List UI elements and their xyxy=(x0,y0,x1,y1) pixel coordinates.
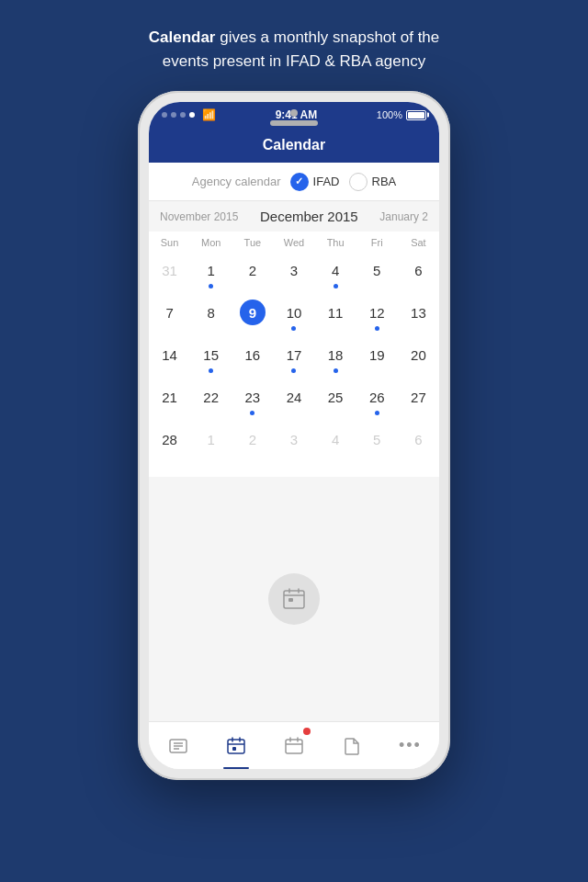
calendar-day[interactable]: 23 xyxy=(232,380,273,419)
phone-top-decoration xyxy=(270,109,318,126)
calendar-day[interactable]: 16 xyxy=(232,338,273,377)
day-number: 19 xyxy=(364,342,390,368)
day-number: 2 xyxy=(240,426,266,452)
tab-doc[interactable] xyxy=(323,722,381,769)
calendar-day[interactable]: 20 xyxy=(398,338,439,377)
event-dot xyxy=(209,284,213,288)
calendar-day[interactable]: 6 xyxy=(398,254,439,292)
day-number: 18 xyxy=(322,342,348,368)
calendar-day[interactable]: 14 xyxy=(149,338,190,377)
calendar-day[interactable]: 28 xyxy=(149,423,190,461)
month-scroll[interactable]: November 2015 December 2015 January 2 xyxy=(149,201,439,232)
calendar-day[interactable]: 5 xyxy=(356,423,398,461)
event-dot xyxy=(250,411,254,415)
calendar-day[interactable]: 3 xyxy=(273,254,314,292)
camera-dot xyxy=(290,109,298,117)
calendar-day[interactable]: 8 xyxy=(190,296,232,334)
day-number: 13 xyxy=(405,300,431,325)
prev-month[interactable]: November 2015 xyxy=(160,210,238,223)
calendar-day[interactable]: 10 xyxy=(273,296,314,334)
day-header-fri: Fri xyxy=(356,237,398,248)
rba-radio-unchecked[interactable] xyxy=(349,173,368,191)
phone-screen: 📶 9:41 AM 100% Calendar Agency calendar … xyxy=(149,102,439,769)
calendar-day[interactable]: 17 xyxy=(273,338,314,377)
calendar-day[interactable]: 4 xyxy=(315,423,356,461)
calendar-day[interactable]: 11 xyxy=(315,296,356,334)
calendar-day[interactable]: 21 xyxy=(149,380,190,419)
day-number: 27 xyxy=(405,384,431,410)
day-number: 9 xyxy=(240,300,266,325)
signal-dot-2 xyxy=(171,112,176,118)
calendar-day[interactable]: 6 xyxy=(398,423,439,461)
signal-dot-4 xyxy=(189,112,195,118)
svg-rect-9 xyxy=(228,740,244,753)
day-number: 16 xyxy=(240,342,266,368)
day-number: 22 xyxy=(198,384,224,410)
day-number: 2 xyxy=(240,257,266,283)
calendar-day[interactable]: 3 xyxy=(273,423,314,461)
ifad-option[interactable]: IFAD xyxy=(290,173,340,191)
day-number: 15 xyxy=(198,342,224,368)
day-number: 4 xyxy=(322,426,348,452)
calendar-day[interactable]: 1 xyxy=(190,423,232,461)
calendar-day[interactable]: 12 xyxy=(356,296,398,334)
tab-calendar[interactable] xyxy=(207,722,265,769)
event-dot xyxy=(291,368,296,373)
day-number: 26 xyxy=(364,384,390,410)
calendar-day[interactable]: 24 xyxy=(273,380,314,419)
calendar-day[interactable]: 15 xyxy=(190,338,232,377)
status-right: 100% xyxy=(377,109,426,120)
day-number: 1 xyxy=(198,257,224,283)
day-number: 6 xyxy=(405,426,431,452)
calendar-icon-circle xyxy=(268,573,320,625)
calendar-day[interactable]: 26 xyxy=(356,380,398,419)
agency-filter: Agency calendar IFAD RBA xyxy=(149,163,439,201)
ifad-radio-checked[interactable] xyxy=(290,173,309,191)
event-dot xyxy=(375,411,379,415)
day-header-sun: Sun xyxy=(149,237,190,248)
calendar-day[interactable]: 4 xyxy=(315,254,356,292)
day-number: 8 xyxy=(198,300,224,325)
calendar-day[interactable]: 2 xyxy=(232,423,273,461)
calendar-week-1: 31123456 xyxy=(149,252,439,294)
battery-fill xyxy=(408,112,424,119)
day-number: 5 xyxy=(364,257,390,283)
event-dot xyxy=(334,368,338,373)
tab-list[interactable] xyxy=(149,722,207,769)
list-icon xyxy=(168,736,188,756)
svg-rect-13 xyxy=(232,747,236,751)
calendar-badge-icon xyxy=(284,736,304,756)
calendar-day[interactable]: 7 xyxy=(149,296,190,334)
calendar-day[interactable]: 22 xyxy=(190,380,232,419)
event-dot xyxy=(209,368,213,373)
event-dot xyxy=(334,284,338,288)
day-number: 14 xyxy=(157,342,183,368)
svg-rect-14 xyxy=(286,740,302,753)
signal-dot-3 xyxy=(180,112,186,118)
phone-frame: 📶 9:41 AM 100% Calendar Agency calendar … xyxy=(138,91,450,780)
signal-dot-1 xyxy=(162,112,167,118)
day-number: 3 xyxy=(281,257,307,283)
next-month[interactable]: January 2 xyxy=(379,210,428,223)
calendar-week-5: 28123456 xyxy=(149,421,439,463)
rba-option[interactable]: RBA xyxy=(349,173,397,191)
calendar-day[interactable]: 19 xyxy=(356,338,398,377)
status-left: 📶 xyxy=(162,108,216,121)
day-number: 5 xyxy=(364,426,390,452)
calendar-day[interactable]: 31 xyxy=(149,254,190,292)
calendar-day[interactable]: 5 xyxy=(356,254,398,292)
day-number: 20 xyxy=(405,342,431,368)
calendar-day[interactable]: 25 xyxy=(315,380,356,419)
calendar-day[interactable]: 18 xyxy=(315,338,356,377)
calendar-day[interactable]: 9 xyxy=(232,296,273,334)
tab-calendar-badge[interactable] xyxy=(265,722,322,769)
calendar-tab-icon xyxy=(226,736,246,756)
calendar-day[interactable]: 13 xyxy=(398,296,439,334)
calendar-week-3: 14151617181920 xyxy=(149,336,439,379)
calendar-day[interactable]: 1 xyxy=(190,254,232,292)
calendar-day[interactable]: 27 xyxy=(398,380,439,419)
calendar-day[interactable]: 2 xyxy=(232,254,273,292)
svg-rect-0 xyxy=(284,591,304,608)
tab-more[interactable]: ••• xyxy=(381,722,439,769)
day-number: 28 xyxy=(157,426,183,452)
